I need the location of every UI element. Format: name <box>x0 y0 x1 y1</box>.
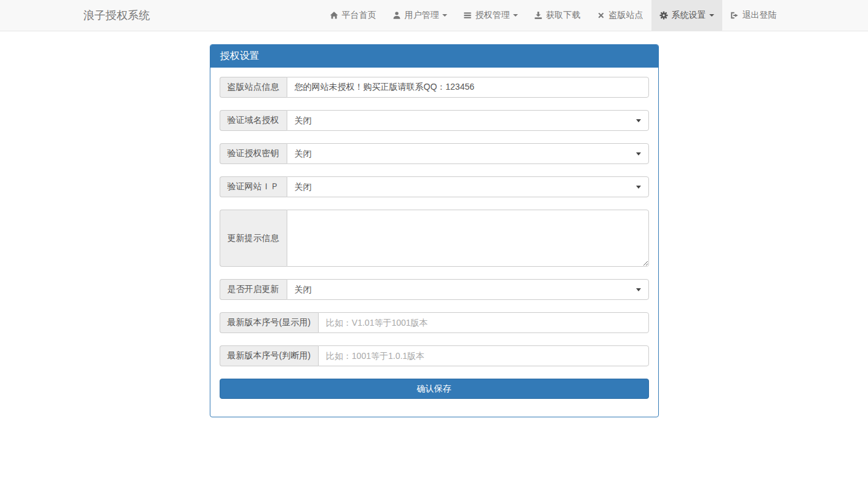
field-verify-key: 验证授权密钥 关闭 <box>220 143 649 164</box>
gear-icon <box>659 11 668 20</box>
field-version-compare: 最新版本序号(判断用) <box>220 345 649 366</box>
field-label: 盗版站点信息 <box>220 77 287 98</box>
nav-item-label: 授权管理 <box>476 10 510 21</box>
list-icon <box>463 11 472 20</box>
sign-out-icon <box>730 11 739 20</box>
field-label: 是否开启更新 <box>220 279 287 300</box>
verify-domain-select[interactable]: 关闭 <box>287 110 649 131</box>
field-verify-ip: 验证网站ＩＰ 关闭 <box>220 176 649 197</box>
field-update-message: 更新提示信息 <box>220 210 649 267</box>
field-verify-domain: 验证域名授权 关闭 <box>220 110 649 131</box>
home-icon <box>330 11 338 20</box>
field-label: 验证域名授权 <box>220 110 287 131</box>
download-icon <box>534 11 543 20</box>
user-icon <box>392 11 401 20</box>
panel-title: 授权设置 <box>210 45 658 68</box>
nav-item-label: 系统设置 <box>672 10 706 21</box>
top-navbar: 浪子授权系统 平台首页 用户管理 授权管理 <box>0 0 868 31</box>
enable-update-select[interactable]: 关闭 <box>287 279 649 300</box>
nav-item-label: 平台首页 <box>342 10 376 21</box>
license-settings-panel: 授权设置 盗版站点信息 验证域名授权 关闭 验证授权密钥 关闭 <box>210 44 659 417</box>
main-nav: 平台首页 用户管理 授权管理 获取下载 <box>322 0 785 31</box>
field-pirate-site-message: 盗版站点信息 <box>220 77 649 98</box>
field-label: 更新提示信息 <box>220 210 287 267</box>
save-row: 确认保存 <box>220 379 649 399</box>
nav-item-label: 获取下载 <box>546 10 581 21</box>
version-display-input[interactable] <box>318 312 649 333</box>
field-label: 最新版本序号(判断用) <box>220 345 318 366</box>
nav-item-label: 用户管理 <box>405 10 439 21</box>
chevron-down-icon <box>513 14 518 17</box>
nav-item-settings[interactable]: 系统设置 <box>651 0 722 31</box>
field-enable-update: 是否开启更新 关闭 <box>220 279 649 300</box>
nav-item-pirate-sites[interactable]: 盗版站点 <box>589 0 651 31</box>
verify-key-select[interactable]: 关闭 <box>287 143 649 164</box>
times-icon <box>597 11 605 20</box>
field-label: 验证网站ＩＰ <box>220 176 287 197</box>
field-version-display: 最新版本序号(显示用) <box>220 312 649 333</box>
chevron-down-icon <box>442 14 447 17</box>
version-compare-input[interactable] <box>318 345 649 366</box>
field-label: 验证授权密钥 <box>220 143 287 164</box>
pirate-site-message-input[interactable] <box>287 77 649 98</box>
save-button[interactable]: 确认保存 <box>220 379 649 399</box>
field-label: 最新版本序号(显示用) <box>220 312 318 333</box>
update-message-textarea[interactable] <box>287 210 649 267</box>
nav-item-licenses[interactable]: 授权管理 <box>455 0 526 31</box>
verify-ip-select[interactable]: 关闭 <box>287 176 649 197</box>
nav-item-home[interactable]: 平台首页 <box>322 0 384 31</box>
nav-item-label: 退出登陆 <box>743 10 777 21</box>
nav-item-label: 盗版站点 <box>609 10 643 21</box>
chevron-down-icon <box>709 14 714 17</box>
nav-item-users[interactable]: 用户管理 <box>384 0 455 31</box>
brand-title[interactable]: 浪子授权系统 <box>84 0 150 31</box>
nav-item-download[interactable]: 获取下载 <box>526 0 589 31</box>
nav-item-logout[interactable]: 退出登陆 <box>722 0 785 31</box>
